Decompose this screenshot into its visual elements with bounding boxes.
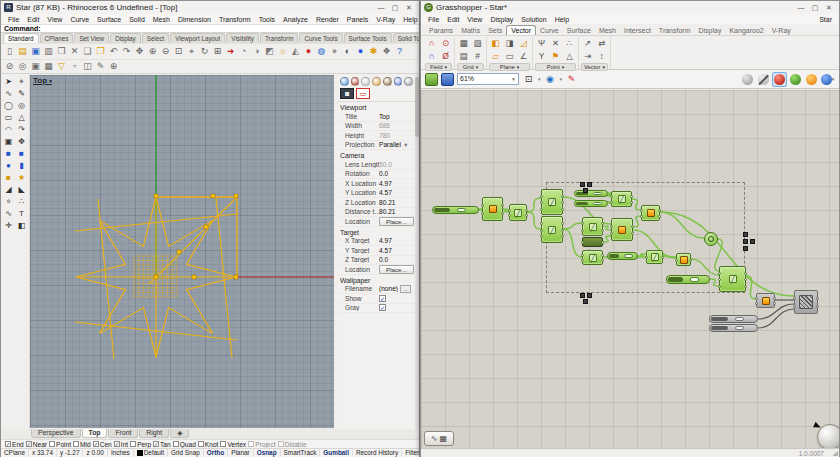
toolbar-tab[interactable]: CPlanes	[40, 33, 74, 43]
toolbar-icon[interactable]: ⊕	[107, 60, 120, 73]
gh-component[interactable]	[482, 197, 503, 221]
toolbar-tab[interactable]: Select	[142, 33, 170, 43]
rhino-command-line[interactable]: Command:	[1, 24, 419, 33]
toolbar-tab[interactable]: Surface Tools	[344, 33, 392, 43]
number-slider[interactable]	[666, 275, 710, 284]
panel-tab-icon[interactable]	[340, 77, 349, 86]
menu-item[interactable]: Render	[312, 16, 343, 23]
menu-item[interactable]: Help	[551, 16, 573, 23]
osnap-checkbox[interactable]	[130, 441, 136, 447]
component-icon[interactable]: ▨	[471, 37, 484, 49]
toolbar-icon[interactable]: ⊕	[146, 45, 159, 58]
slider-grip[interactable]	[690, 277, 699, 282]
ribbon-group-label[interactable]: Point▾	[535, 63, 576, 71]
menu-item[interactable]: Tools	[255, 16, 279, 23]
property-value[interactable]: 4.57	[379, 247, 392, 254]
component-icon[interactable]: ▦	[457, 37, 470, 49]
place-button[interactable]: Place...	[379, 265, 414, 274]
zoom-extents-icon[interactable]: ⊡	[522, 73, 535, 86]
toolbar-tab[interactable]: Solid Tools	[393, 33, 419, 43]
gh-component[interactable]	[611, 218, 633, 241]
number-slider[interactable]	[574, 190, 608, 197]
panel-tab-icon[interactable]	[383, 77, 392, 86]
viewport-title-label[interactable]: Top ▾	[33, 76, 52, 85]
toolbar-icon[interactable]: ●	[328, 45, 341, 58]
rhino-titlebar[interactable]: R Star (87 KB) - Rhinoceros 6 Undefined …	[1, 1, 419, 14]
gh-component[interactable]: ╱	[582, 250, 603, 265]
side-toolbar-icon[interactable]: ◎	[15, 100, 28, 112]
panel-scrollbar[interactable]	[415, 75, 419, 429]
menu-item[interactable]: Solid	[125, 16, 149, 23]
ribbon-group-label[interactable]: Plane▾	[489, 63, 530, 71]
preview-sphere-icon[interactable]: ▾	[820, 72, 835, 87]
toolbar-icon[interactable]: ↷	[120, 45, 133, 58]
toolbar-icon[interactable]: ❖	[380, 45, 393, 58]
toolbar-tab[interactable]: Set View	[74, 33, 109, 43]
status-cell[interactable]: Default	[134, 449, 168, 457]
component-icon[interactable]: #	[471, 50, 484, 62]
toolbar-icon[interactable]: ☼	[276, 45, 289, 58]
toolbar-icon[interactable]: ⊞	[211, 45, 224, 58]
number-slider[interactable]	[432, 206, 479, 214]
camera-properties-tab[interactable]: ◙	[340, 88, 354, 99]
toolbar-icon[interactable]: ▥	[42, 45, 55, 58]
gh-titlebar[interactable]: G Grasshopper - Star* —▢✕	[421, 1, 839, 14]
place-button[interactable]: Place...	[379, 217, 414, 226]
ribbon-group-label[interactable]: Vector▾	[581, 63, 608, 71]
property-value[interactable]: 686	[379, 122, 390, 129]
toolbar-icon[interactable]: ◫	[81, 60, 94, 73]
menu-item[interactable]: Edit	[443, 16, 463, 23]
status-cell[interactable]: Inches	[108, 449, 134, 457]
canvas-nav-widget[interactable]: ∿▦	[424, 431, 454, 446]
preview-sphere-icon[interactable]	[740, 72, 755, 87]
gh-component[interactable]: ╱	[509, 204, 527, 221]
menu-item[interactable]: Curve	[66, 16, 93, 23]
toolbar-tab[interactable]: Visibility	[226, 33, 259, 43]
side-toolbar-icon[interactable]: ✎	[15, 88, 28, 100]
toolbar-icon[interactable]: ◔	[237, 45, 250, 58]
property-value[interactable]: 4.57	[379, 189, 392, 196]
resize-grip[interactable]	[832, 450, 838, 456]
osnap-checkbox[interactable]: ✓	[114, 441, 120, 447]
component-icon[interactable]: ⊙	[439, 37, 452, 49]
zoom-extents-dropdown[interactable]: ▾	[538, 76, 541, 82]
menu-item[interactable]: View	[463, 16, 486, 23]
slider-grip[interactable]	[457, 208, 466, 212]
preview-sphere-icon[interactable]	[772, 72, 787, 87]
toolbar-icon[interactable]: ◩	[263, 45, 276, 58]
toolbar-icon[interactable]: ↻	[198, 45, 211, 58]
preview-sphere-icon[interactable]	[788, 72, 803, 87]
component-icon[interactable]: ⚑	[549, 50, 562, 62]
toolbar-tab[interactable]: Display	[110, 33, 141, 43]
side-toolbar-icon[interactable]: ◠	[2, 124, 15, 136]
toolbar-icon[interactable]: ↶	[107, 45, 120, 58]
gh-component[interactable]: ╱	[582, 217, 603, 236]
side-toolbar-icon[interactable]: ⌖	[15, 76, 28, 88]
toolbar-tab[interactable]: Standard	[3, 33, 39, 43]
side-toolbar-icon[interactable]: ■	[2, 172, 15, 184]
component-icon[interactable]: Ø	[439, 50, 452, 62]
side-toolbar-icon[interactable]: ✥	[15, 136, 28, 148]
component-icon[interactable]: ◨	[503, 37, 516, 49]
property-value[interactable]: 780	[379, 132, 390, 139]
toolbar-icon[interactable]: ▣	[29, 60, 42, 73]
component-icon[interactable]: ⇥	[581, 50, 594, 62]
gh-tab[interactable]: Intersect	[620, 26, 655, 35]
browse-button[interactable]: ...	[400, 285, 411, 293]
toolbar-icon[interactable]: ◍	[315, 45, 328, 58]
panel-tab-icon[interactable]	[404, 77, 413, 86]
toolbar-icon[interactable]: ❏	[81, 45, 94, 58]
menu-item[interactable]: Panels	[343, 16, 372, 23]
point-param-node[interactable]	[583, 299, 588, 304]
gh-component[interactable]	[756, 293, 775, 308]
component-icon[interactable]: △	[563, 50, 576, 62]
panel-tab-icon[interactable]	[351, 77, 360, 86]
gh-tab[interactable]: Maths	[457, 26, 484, 35]
component-icon[interactable]: ✕	[549, 37, 562, 49]
preview-eye-icon[interactable]: ◉	[544, 73, 557, 86]
toolbar-icon[interactable]: ▣	[29, 45, 42, 58]
component-icon[interactable]: ▤	[457, 50, 470, 62]
maximize-button[interactable]: ▢	[388, 1, 402, 14]
toolbar-icon[interactable]: ?	[393, 45, 406, 58]
gh-component[interactable]	[794, 290, 818, 314]
